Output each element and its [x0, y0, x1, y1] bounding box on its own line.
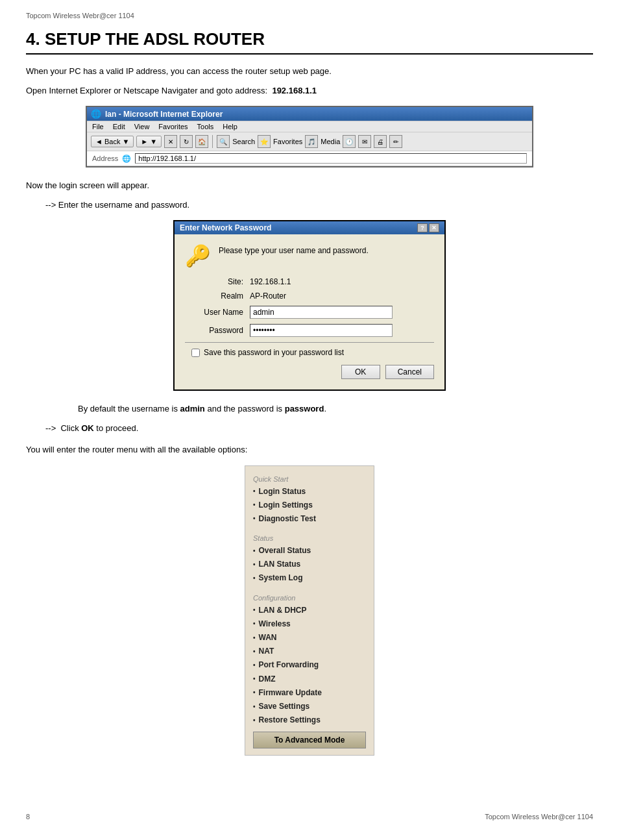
menu-overall-status[interactable]: • Overall Status	[253, 545, 366, 557]
lock-icon: 🔑	[185, 243, 211, 268]
intro-line1: When your PC has a valid IP address, you…	[26, 65, 593, 78]
browser-titlebar: 🌐 Ian - Microsoft Internet Explorer	[87, 107, 532, 121]
page-footer-left: 8	[26, 813, 30, 821]
home-icon[interactable]: 🏠	[195, 135, 208, 148]
menu-nat[interactable]: • NAT	[253, 645, 366, 658]
bullet-port-forwarding: •	[253, 660, 256, 671]
menu-login-settings[interactable]: • Login Settings	[253, 499, 366, 512]
browser-title: Ian - Microsoft Internet Explorer	[105, 110, 223, 119]
bullet-overall-status: •	[253, 546, 256, 556]
save-password-checkbox[interactable]	[191, 349, 200, 357]
forward-button[interactable]: ► ▼	[136, 136, 162, 147]
login-arrow-text: --> Enter the username and password.	[45, 199, 593, 212]
dialog-fields: Site: 192.168.1.1 Realm AP-Router User N…	[185, 277, 434, 337]
menu-wireless[interactable]: • Wireless	[253, 618, 366, 630]
password-label: Password	[191, 326, 250, 335]
bullet-system-log: •	[253, 573, 256, 584]
browser-addressbar: Address 🌐	[87, 151, 532, 166]
menu-firmware-update[interactable]: • Firmware Update	[253, 687, 366, 699]
favorites-icon[interactable]: ⭐	[258, 135, 271, 148]
menu-port-forwarding[interactable]: • Port Forwarding	[253, 659, 366, 671]
dialog-wrapper: Enter Network Password ? ✕ 🔑 Please type…	[26, 220, 593, 391]
site-label: Site:	[191, 277, 250, 286]
to-advanced-mode-button[interactable]: To Advanced Mode	[253, 732, 366, 748]
stop-icon[interactable]: ✕	[164, 135, 177, 148]
menu-restore-settings[interactable]: • Restore Settings	[253, 714, 366, 726]
browser-menubar[interactable]: File Edit View Favorites Tools Help	[87, 121, 532, 132]
bullet-dmz: •	[253, 674, 256, 684]
dialog-footer: OK Cancel	[185, 365, 434, 383]
page-footer-right: Topcom Wireless Webr@cer 1104	[485, 813, 593, 821]
page-header: Topcom Wireless Webr@cer 1104	[26, 12, 134, 19]
section-title: 4. SETUP THE ADSL ROUTER	[26, 29, 593, 55]
checkbox-label: Save this password in your password list	[204, 348, 344, 357]
menu-favorites[interactable]: Favorites	[158, 123, 188, 130]
realm-label: Realm	[191, 291, 250, 301]
menu-help[interactable]: Help	[223, 123, 237, 130]
dialog-password-row: Password	[191, 324, 434, 337]
history-icon[interactable]: 🕐	[343, 135, 356, 148]
dialog-close-button[interactable]: ✕	[429, 223, 439, 232]
menu-lan-dhcp[interactable]: • LAN & DHCP	[253, 604, 366, 617]
click-ok-note: --> Click OK to proceed.	[45, 422, 593, 435]
address-icon: 🌐	[122, 154, 131, 163]
configuration-section: Configuration	[253, 594, 366, 602]
bullet-login-status: •	[253, 486, 256, 497]
cancel-button[interactable]: Cancel	[385, 365, 434, 379]
default-password: password	[285, 404, 324, 414]
bullet-save-settings: •	[253, 702, 256, 712]
dialog-header-row: 🔑 Please type your user name and passwor…	[185, 243, 434, 268]
dialog-titlebar: Enter Network Password ? ✕	[175, 221, 444, 234]
bullet-nat: •	[253, 647, 256, 657]
print-icon[interactable]: 🖨	[374, 135, 387, 148]
menu-view[interactable]: View	[134, 123, 150, 130]
network-password-dialog: Enter Network Password ? ✕ 🔑 Please type…	[173, 220, 446, 391]
bullet-wireless: •	[253, 619, 256, 629]
menu-login-status[interactable]: • Login Status	[253, 486, 366, 498]
menu-diagnostic-test[interactable]: • Diagnostic Test	[253, 513, 366, 525]
toolbar-separator	[212, 135, 213, 148]
dialog-help-button[interactable]: ?	[417, 223, 428, 232]
dialog-body: 🔑 Please type your user name and passwor…	[175, 234, 444, 389]
dialog-title: Enter Network Password	[180, 223, 271, 232]
dialog-site-row: Site: 192.168.1.1	[191, 277, 434, 286]
bullet-diagnostic-test: •	[253, 513, 256, 524]
router-menu: Quick Start • Login Status • Login Setti…	[245, 465, 374, 756]
status-section: Status	[253, 534, 366, 542]
menu-system-log[interactable]: • System Log	[253, 572, 366, 584]
password-input[interactable]	[250, 324, 393, 337]
browser-icon: 🌐	[91, 109, 101, 119]
search-label: Search	[232, 138, 255, 145]
address-input[interactable]	[135, 153, 527, 164]
menu-dmz[interactable]: • DMZ	[253, 673, 366, 686]
dialog-divider	[185, 342, 434, 343]
spacer1	[253, 526, 366, 532]
menu-wan[interactable]: • WAN	[253, 632, 366, 644]
edit-icon[interactable]: ✏	[389, 135, 402, 148]
bullet-lan-status: •	[253, 560, 256, 570]
favorites-label: Favorites	[273, 138, 302, 145]
menu-file[interactable]: File	[92, 123, 104, 130]
back-button[interactable]: ◄ Back ▼	[91, 136, 134, 147]
username-label: User Name	[191, 308, 250, 317]
refresh-icon[interactable]: ↻	[180, 135, 193, 148]
credentials-note: By default the username is admin and the…	[78, 402, 593, 415]
realm-value: AP-Router	[250, 291, 286, 301]
ok-label: OK	[81, 423, 94, 433]
bullet-lan-dhcp: •	[253, 605, 256, 615]
menu-intro: You will enter the router menu with all …	[26, 443, 593, 456]
spacer2	[253, 586, 366, 591]
menu-lan-status[interactable]: • LAN Status	[253, 558, 366, 571]
menu-edit[interactable]: Edit	[113, 123, 125, 130]
site-value: 192.168.1.1	[250, 277, 291, 286]
username-input[interactable]	[250, 306, 393, 319]
address-label: Address	[92, 154, 118, 162]
mail-icon[interactable]: ✉	[358, 135, 371, 148]
media-icon[interactable]: 🎵	[305, 135, 318, 148]
menu-tools[interactable]: Tools	[197, 123, 214, 130]
login-now-text: Now the login screen will appear.	[26, 179, 593, 192]
menu-save-settings[interactable]: • Save Settings	[253, 700, 366, 713]
ok-button[interactable]: OK	[341, 365, 380, 379]
bullet-wan: •	[253, 633, 256, 643]
search-icon[interactable]: 🔍	[217, 135, 230, 148]
